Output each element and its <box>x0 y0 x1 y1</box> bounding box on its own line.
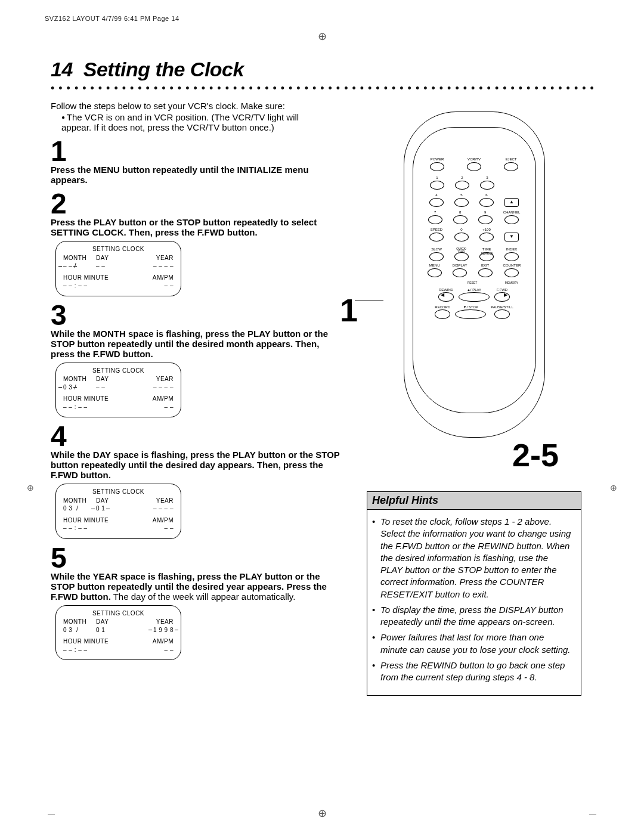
step-number: 3 <box>51 301 343 330</box>
index-button-icon <box>504 252 519 261</box>
osd-header-ampm: AM/PM <box>126 274 174 282</box>
helpful-hints-box: Helpful Hints To reset the clock, follow… <box>367 491 581 696</box>
rewind-button-icon: ◀ <box>438 292 454 302</box>
keypad-button-icon <box>453 215 467 224</box>
step-5: 5 While the YEAR space is flashing, pres… <box>51 544 343 661</box>
step-4: 4 While the DAY space is flashing, press… <box>51 422 343 539</box>
keypad-button-icon <box>428 215 442 224</box>
ffwd-button-icon: ▶ <box>494 292 510 302</box>
manual-page: SVZ162 LAYOUT 4/7/99 6:41 PM Page 14 ⊕ 1… <box>0 0 644 833</box>
osd-month-val: – – <box>63 262 72 270</box>
step-1: 1 Press the MENU button repeatedly until… <box>51 137 343 185</box>
intro-bullet: The VCR is on and in VCR position. (The … <box>54 112 343 122</box>
osd-display: SETTING CLOCK MONTH DAY YEAR 0 3 / 0 1 –… <box>55 484 181 539</box>
quickfind-button-icon <box>454 252 469 261</box>
step-3: 3 While the MONTH space is flashing, pre… <box>51 301 343 418</box>
step-text: While the DAY space is flashing, press t… <box>51 450 343 480</box>
pause-button-icon <box>494 309 510 319</box>
figure-column: 1 POWER VCR/TV EJECT 1 2 <box>367 101 581 696</box>
keypad-button-icon <box>454 233 469 241</box>
crop-mark-icon <box>589 815 596 815</box>
page-number: 14 <box>51 58 73 80</box>
crop-mark-icon: ⊕ <box>610 483 617 493</box>
hint-item: To reset the clock, follow steps 1 - 2 a… <box>380 516 571 600</box>
step-text: Press the MENU button repeatedly until t… <box>51 165 343 185</box>
osd-ampm-val: – – <box>126 281 174 290</box>
osd-header-year: YEAR <box>126 254 174 262</box>
keypad-button-icon <box>454 198 469 207</box>
osd-header-hourmin: HOUR MINUTE <box>63 274 126 282</box>
osd-header-month: MONTH <box>63 254 96 262</box>
counter-button-icon <box>504 268 519 277</box>
channel-down-icon: ▼ <box>504 233 519 241</box>
crop-mark-icon: ⊕ <box>27 483 34 493</box>
channel-up-icon: ▲ <box>504 198 519 207</box>
remote-inner: POWER VCR/TV EJECT 1 2 3 4 <box>413 127 536 413</box>
channel-button-icon <box>504 215 519 224</box>
keypad-button-icon <box>430 181 444 190</box>
menu-button-icon <box>428 268 442 277</box>
osd-title: SETTING CLOCK <box>63 245 174 253</box>
leader-line-icon <box>355 301 383 301</box>
step-number: 5 <box>51 544 343 572</box>
keypad-button-icon <box>478 215 493 224</box>
keypad-button-icon <box>480 181 494 190</box>
stop-button-icon <box>455 309 486 319</box>
eject-button-icon <box>504 162 518 171</box>
callout-1: 1 <box>340 292 358 329</box>
callout-2-5: 2-5 <box>512 436 559 473</box>
print-slugline: SVZ162 LAYOUT 4/7/99 6:41 PM Page 14 <box>45 15 593 22</box>
crop-mark-icon: ⊕ <box>318 30 327 43</box>
crop-mark-icon: ⊕ <box>318 807 327 820</box>
vcrtv-button-icon <box>467 162 481 171</box>
step-text: Press the PLAY button or the STOP button… <box>51 217 343 237</box>
osd-time-val: – – : – – <box>63 281 126 290</box>
hint-item: Power failures that last for more than o… <box>380 631 571 656</box>
step-number: 1 <box>51 137 343 166</box>
osd-display: SETTING CLOCK MONTH DAY YEAR – – / – – –… <box>55 241 181 296</box>
remote-outline: POWER VCR/TV EJECT 1 2 3 4 <box>404 112 545 438</box>
steps-column: Follow the steps below to set your VCR's… <box>51 101 343 696</box>
step-number: 2 <box>51 190 343 218</box>
keypad-button-icon <box>479 198 494 207</box>
speed-button-icon <box>429 233 444 241</box>
step-number: 4 <box>51 422 343 451</box>
intro-bullet-cont: appear. If it does not, press the VCR/TV… <box>51 122 343 132</box>
page-title: 14 Setting the Clock <box>51 58 593 81</box>
play-button-icon <box>459 292 490 302</box>
step-text: While the YEAR space is flashing, press … <box>51 571 343 602</box>
step-text: While the MONTH space is flashing, press… <box>51 329 343 359</box>
crop-mark-icon <box>48 815 55 815</box>
record-button-icon <box>435 309 450 319</box>
dotted-rule: ••••••••••••••••••••••••••••••••••••••••… <box>51 82 593 95</box>
plus100-button-icon <box>479 233 494 241</box>
remote-figure: 1 POWER VCR/TV EJECT 1 2 <box>367 112 581 438</box>
osd-day-val: – – <box>96 262 126 270</box>
osd-header-day: DAY <box>96 254 126 262</box>
power-button-icon <box>430 162 444 171</box>
display-button-icon <box>453 268 467 277</box>
hints-body: To reset the clock, follow steps 1 - 2 a… <box>367 510 581 695</box>
step-2: 2 Press the PLAY button or the STOP butt… <box>51 190 343 296</box>
hints-header: Helpful Hints <box>367 492 581 510</box>
slow-button-icon <box>429 252 444 261</box>
hint-item: To display the time, press the DISPLAY b… <box>380 604 571 628</box>
page-title-text: Setting the Clock <box>83 58 244 80</box>
intro-text: Follow the steps below to set your VCR's… <box>51 101 343 111</box>
osd-display: SETTING CLOCK MONTH DAY YEAR 0 3 / – – –… <box>55 363 181 418</box>
keypad-button-icon <box>429 198 444 207</box>
osd-display: SETTING CLOCK MONTH DAY YEAR 0 3 / 0 1 1… <box>55 605 181 661</box>
osd-year-val: – – – – <box>126 262 174 270</box>
hint-item: Press the REWIND button to go back one s… <box>380 659 571 684</box>
exit-button-icon <box>478 268 493 277</box>
keypad-button-icon <box>455 181 469 190</box>
